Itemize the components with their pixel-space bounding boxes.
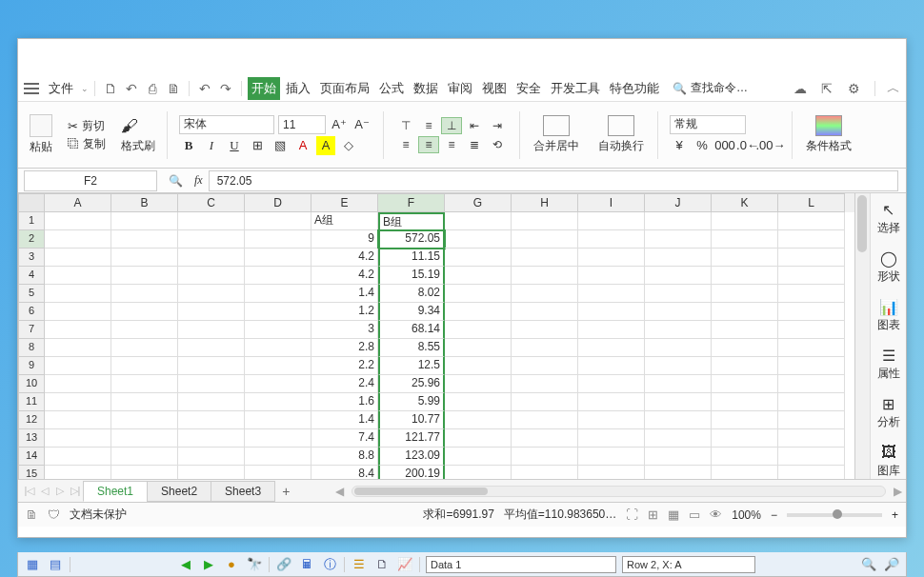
cell-G2[interactable] xyxy=(445,230,512,249)
tab-review[interactable]: 审阅 xyxy=(444,77,476,100)
cell-A13[interactable] xyxy=(45,429,111,448)
cell-L8[interactable] xyxy=(778,339,845,357)
cell-K2[interactable] xyxy=(712,230,778,249)
cell-L7[interactable] xyxy=(778,321,845,339)
cell-K5[interactable] xyxy=(712,285,778,303)
col-header-G[interactable]: G xyxy=(445,193,512,212)
cell-G14[interactable] xyxy=(445,448,512,466)
cell-B14[interactable] xyxy=(111,448,178,466)
cell-L1[interactable] xyxy=(778,212,845,230)
cell-C7[interactable] xyxy=(178,321,245,339)
cell-F11[interactable]: 5.99 xyxy=(378,393,445,411)
cell-G3[interactable] xyxy=(445,249,512,267)
cell-H3[interactable] xyxy=(512,249,578,267)
zoom-out-icon[interactable]: 🔍 xyxy=(860,556,877,573)
align-justify-icon[interactable]: ≣ xyxy=(464,136,485,153)
col-header-A[interactable]: A xyxy=(45,193,111,212)
cell-C6[interactable] xyxy=(178,303,245,321)
cell-L14[interactable] xyxy=(778,448,845,466)
format-painter-label[interactable]: 格式刷 xyxy=(121,138,155,154)
cell-C12[interactable] xyxy=(178,411,245,429)
cell-I7[interactable] xyxy=(578,321,645,339)
share-icon[interactable]: ⇱ xyxy=(817,79,836,98)
cell-D1[interactable] xyxy=(245,212,311,230)
cell-B10[interactable] xyxy=(111,375,178,393)
cell-J14[interactable] xyxy=(645,448,712,466)
cell-F12[interactable]: 10.77 xyxy=(378,411,445,429)
cell-L13[interactable] xyxy=(778,429,845,448)
cell-K14[interactable] xyxy=(712,448,778,466)
underline-button[interactable]: U xyxy=(225,136,244,155)
cell-G10[interactable] xyxy=(445,375,512,393)
save-icon[interactable]: 🗋 xyxy=(101,79,120,98)
cell-A2[interactable] xyxy=(45,230,111,249)
cell-L6[interactable] xyxy=(778,303,845,321)
binoculars-icon[interactable]: 🔭 xyxy=(246,556,263,573)
tab-insert[interactable]: 插入 xyxy=(282,77,314,100)
cell-B1[interactable] xyxy=(111,212,178,230)
cell-I2[interactable] xyxy=(578,230,645,249)
print-icon[interactable]: ⎙ xyxy=(143,79,162,98)
row-header-8[interactable]: 8 xyxy=(18,339,45,357)
row-header-2[interactable]: 2 xyxy=(18,230,45,249)
zoom-in-button[interactable]: + xyxy=(892,508,898,522)
cell-A6[interactable] xyxy=(45,303,111,321)
cell-A9[interactable] xyxy=(45,357,111,375)
decrease-font-icon[interactable]: A⁻ xyxy=(352,115,372,134)
cell-C14[interactable] xyxy=(178,448,245,466)
cell-D10[interactable] xyxy=(245,375,311,393)
grid1-icon[interactable]: ▦ xyxy=(24,556,41,573)
chevron-down-icon[interactable]: ⌄ xyxy=(81,84,89,93)
row-header-1[interactable]: 1 xyxy=(18,212,45,230)
row-header-7[interactable]: 7 xyxy=(18,321,45,339)
cell-G11[interactable] xyxy=(445,393,512,411)
cell-D6[interactable] xyxy=(245,303,311,321)
cell-K3[interactable] xyxy=(712,249,778,267)
italic-button[interactable]: I xyxy=(202,136,221,155)
cell-D13[interactable] xyxy=(245,429,311,448)
hscroll-left[interactable]: ◀ xyxy=(335,485,344,498)
cell-A5[interactable] xyxy=(45,285,111,303)
settings-icon[interactable]: ⚙ xyxy=(844,79,863,98)
col-header-E[interactable]: E xyxy=(311,193,378,212)
row-header-6[interactable]: 6 xyxy=(18,303,45,321)
row-header-11[interactable]: 11 xyxy=(18,393,45,411)
tab-view[interactable]: 视图 xyxy=(478,77,511,100)
command-search[interactable]: 🔍 查找命令… xyxy=(673,80,748,96)
cell-A14[interactable] xyxy=(45,448,111,466)
hamburger-icon[interactable] xyxy=(24,83,39,94)
cell-I3[interactable] xyxy=(578,249,645,267)
cell-F6[interactable]: 9.34 xyxy=(378,303,445,321)
side-shape[interactable]: ◯形状 xyxy=(877,249,900,285)
cell-A1[interactable] xyxy=(45,212,111,230)
col-header-D[interactable]: D xyxy=(245,193,311,212)
cell-I6[interactable] xyxy=(578,303,645,321)
tab-data[interactable]: 数据 xyxy=(410,77,442,100)
tab-nav-last[interactable]: ▷| xyxy=(68,485,83,497)
record-icon[interactable]: ● xyxy=(223,556,240,573)
cell-D9[interactable] xyxy=(245,357,311,375)
zoom-in-icon[interactable]: 🔎 xyxy=(883,556,900,573)
side-analyze[interactable]: ⊞分析 xyxy=(877,395,900,430)
cell-D8[interactable] xyxy=(245,339,311,357)
cell-J11[interactable] xyxy=(645,393,712,411)
cell-C10[interactable] xyxy=(178,375,245,393)
cell-C9[interactable] xyxy=(178,357,245,375)
cell-C2[interactable] xyxy=(178,230,245,249)
tab-nav-next[interactable]: ▷ xyxy=(52,485,68,497)
name-box[interactable]: F2 xyxy=(24,170,157,191)
cell-K4[interactable] xyxy=(712,267,778,285)
cell-J15[interactable] xyxy=(645,466,712,479)
cell-A15[interactable] xyxy=(45,466,111,479)
side-chart[interactable]: 📊图表 xyxy=(877,298,900,333)
sheet-tab-2[interactable]: Sheet2 xyxy=(147,481,211,502)
cell-K11[interactable] xyxy=(712,393,778,411)
font-select[interactable] xyxy=(179,115,274,134)
cell-K6[interactable] xyxy=(712,303,778,321)
page-view-icon[interactable]: ▦ xyxy=(668,507,679,522)
cell-K13[interactable] xyxy=(712,429,778,448)
cell-I4[interactable] xyxy=(578,267,645,285)
cell-E10[interactable]: 2.4 xyxy=(311,375,378,393)
zoom-level[interactable]: 100% xyxy=(732,508,761,522)
grid[interactable]: ABCDEFGHIJKL 123456789101112131415 A组B组9… xyxy=(18,193,854,479)
